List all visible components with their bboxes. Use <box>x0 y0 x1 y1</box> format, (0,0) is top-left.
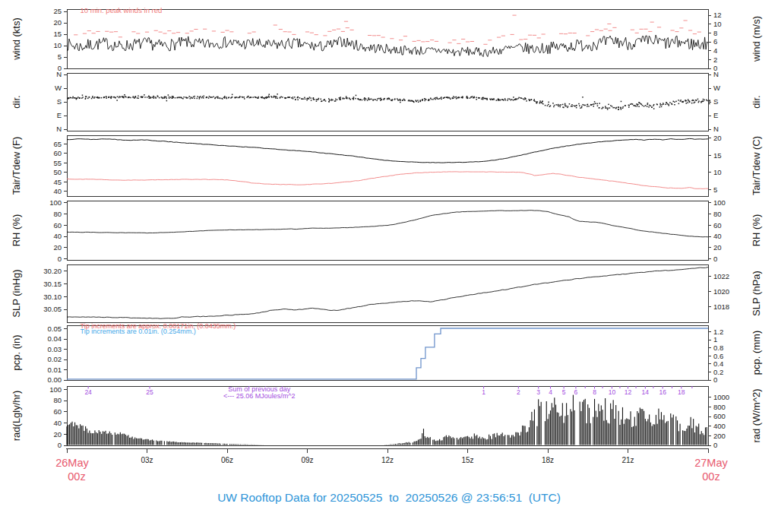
y-tick-label: 400 <box>713 422 726 430</box>
y-tick-label: 1.2 <box>713 328 723 336</box>
axis-label-right: rad (W/m^2) <box>751 388 762 442</box>
y-tick-label: 40 <box>713 232 722 240</box>
y-tick-label: 100 <box>713 198 726 207</box>
x-tick-label: 18z <box>542 456 554 464</box>
y-tick-label: 200 <box>713 432 726 440</box>
y-tick-label: 4 <box>713 46 717 55</box>
y-tick-label: 80 <box>713 210 722 218</box>
y-tick-label: 0.02 <box>48 355 62 363</box>
series-peak-wind-kts <box>74 15 701 44</box>
radiation-sum-marker: 4 <box>549 388 552 396</box>
y-tick-label: N <box>713 125 719 133</box>
y-tick-label: 0.6 <box>713 352 723 360</box>
panel-annotation: Sum of previous day <box>228 385 291 393</box>
radiation-sum-marker: 14 <box>642 388 650 396</box>
axis-label-right: dir. <box>751 95 762 108</box>
chart-title: UW Rooftop Data for 20250525 to 20250526… <box>0 491 778 505</box>
y-tick-label: W <box>55 84 62 92</box>
axis-label-right: wind (m/s) <box>751 16 762 62</box>
end-hour-label: 00z <box>702 470 719 483</box>
y-tick-label: 5 <box>58 52 62 61</box>
y-tick-label: 600 <box>713 412 726 420</box>
series-wind-direction <box>67 93 710 110</box>
y-tick-label: 5 <box>713 185 717 194</box>
y-tick-label: E <box>713 111 718 119</box>
x-tick-label: 21z <box>621 456 634 464</box>
panel-annotation: <--- 25.06 MJoules/m^2 <box>223 392 296 400</box>
y-tick-label: 0.00 <box>48 375 62 384</box>
y-tick-label: 0 <box>713 441 717 449</box>
series-solar-radiation <box>66 395 707 445</box>
y-tick-label: 2 <box>713 55 717 64</box>
y-tick-label: 0 <box>58 255 62 263</box>
y-tick-label: 30.05 <box>43 305 62 313</box>
meteogram-page: 0510152025024681012wind (kts)wind (m/s)1… <box>0 0 778 532</box>
y-tick-label: 50 <box>53 168 62 176</box>
series-air-temperature-f <box>67 138 708 163</box>
panel-rad: 02040608010002004006008001000rad(Lgly/hr… <box>11 385 762 450</box>
y-tick-label: 30.15 <box>43 280 62 288</box>
panel-frame <box>67 73 708 131</box>
panel-annotation: 10 min. peak winds in red <box>81 6 163 14</box>
y-tick-label: 25 <box>53 7 62 15</box>
y-tick-label: 10 <box>713 20 722 28</box>
y-tick-label: 15 <box>53 30 62 38</box>
y-tick-label: 80 <box>53 396 62 404</box>
x-tick-label: 12z <box>381 456 394 464</box>
y-tick-label: 30.20 <box>43 267 62 275</box>
radiation-sum-marker: 24 <box>84 388 92 396</box>
x-tick-label: 03z <box>141 456 153 464</box>
y-tick-label: 0 <box>713 375 717 384</box>
x-axis: 03z06z09z12z15z18z21z26May00z27May00z <box>55 448 728 483</box>
axis-label-right: RH (%) <box>751 214 762 247</box>
x-tick-label: 06z <box>221 456 233 464</box>
y-tick-label: 20 <box>713 243 722 252</box>
meteogram-plot: 0510152025024681012wind (kts)wind (m/s)1… <box>0 0 778 532</box>
panel-wind: 0510152025024681012wind (kts)wind (m/s)1… <box>11 6 762 73</box>
y-tick-label: 60 <box>713 221 722 230</box>
axis-label-left: RH (%) <box>11 214 22 247</box>
y-tick-label: 0.03 <box>48 345 62 353</box>
series-relative-humidity <box>67 211 708 237</box>
y-tick-label: 8 <box>713 29 717 37</box>
axis-label-left: SLP (inHg) <box>11 269 22 317</box>
y-tick-label: 10 <box>53 41 62 49</box>
y-tick-label: 15 <box>713 151 722 160</box>
axis-label-right: Tair/Tdew (C) <box>751 136 762 195</box>
panel-annotation: Tip increments are 0.01in. (0.254mm.) <box>81 328 196 335</box>
y-tick-label: S <box>57 97 62 106</box>
y-tick-label: 40 <box>53 187 62 195</box>
radiation-sum-marker: 2 <box>517 388 520 396</box>
y-tick-label: E <box>57 111 62 119</box>
y-tick-label: N <box>56 70 62 78</box>
y-tick-label: N <box>713 70 719 78</box>
radiation-sum-marker: 5 <box>562 388 566 396</box>
y-tick-label: 800 <box>713 403 726 411</box>
start-date-label: 26May <box>55 457 89 469</box>
axis-label-right: pcp. (mm) <box>751 331 762 375</box>
radiation-sum-marker: 18 <box>678 388 685 396</box>
y-tick-label: 80 <box>53 210 62 218</box>
series-wind-speed-kts <box>67 35 708 57</box>
y-tick-label: 0.04 <box>48 334 62 343</box>
y-tick-label: 6 <box>713 37 717 46</box>
y-tick-label: 100 <box>49 385 62 394</box>
panel-frame <box>67 135 708 196</box>
panel-slp: 30.0530.1030.1530.20101810201022SLP (inH… <box>11 264 762 322</box>
radiation-sum-marker: 25 <box>146 388 153 396</box>
radiation-sum-marker: 8 <box>593 388 596 396</box>
y-tick-label: 20 <box>53 243 62 252</box>
radiation-sum-marker: 16 <box>659 388 666 396</box>
radiation-sum-marker: 3 <box>536 388 540 396</box>
y-tick-label: W <box>713 84 720 92</box>
y-tick-label: 1 <box>713 335 717 344</box>
y-tick-label: 0.2 <box>713 368 723 376</box>
y-tick-label: 0.01 <box>48 366 62 374</box>
y-tick-label: 40 <box>53 419 62 427</box>
axis-label-left: wind (kts) <box>11 17 22 61</box>
y-tick-label: 60 <box>53 221 62 230</box>
x-tick-label: 15z <box>461 456 473 464</box>
y-tick-label: 20 <box>713 134 722 142</box>
y-tick-label: 55 <box>53 159 62 167</box>
y-tick-label: N <box>56 125 62 133</box>
